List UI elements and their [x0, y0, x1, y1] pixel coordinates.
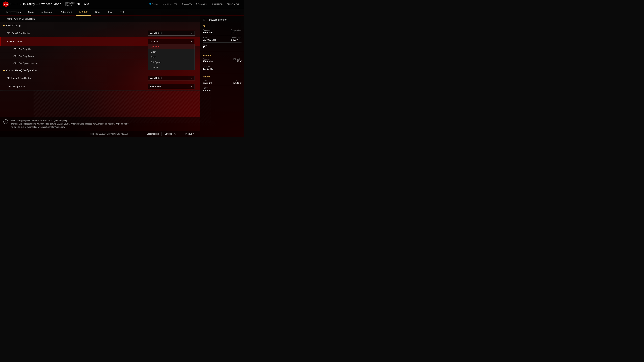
nav-advanced-label: Advanced: [61, 10, 72, 13]
cpu-fan-profile-dropdown[interactable]: Standard ▼: [148, 39, 195, 44]
settings-gear-icon[interactable]: ⚙: [87, 2, 90, 6]
hw-mem-freq-label: Frequency: [202, 58, 213, 60]
qfan-tuning-section[interactable]: ▶ Q-Fan Tuning: [0, 22, 200, 29]
hw-cpu-ratio-value: 45x: [202, 46, 207, 49]
hw-memory-divider: [202, 64, 242, 64]
breadcrumb-arrow[interactable]: ←: [3, 17, 6, 20]
nav-exit[interactable]: Exit: [116, 8, 128, 15]
aura-label: AURA(F4): [214, 3, 222, 5]
profile-option-full-speed[interactable]: Full Speed: [148, 60, 194, 65]
dropdown-arrow-3: ▼: [190, 77, 192, 79]
aio-pump-profile-selected: Full Speed: [150, 85, 161, 88]
monitor-icon: 🖥: [202, 18, 205, 21]
hw-memory-title: Memory: [202, 54, 242, 56]
aio-pump-qfan-control-value: Auto Detect ▼: [148, 76, 195, 80]
info-text: Select the appropriate performance level…: [11, 119, 130, 129]
hw-cpu-temp-label: Temperature: [231, 29, 242, 31]
hw-cpu-freq-label: Frequency: [202, 29, 213, 31]
resizebar-button[interactable]: ⊡ ReSize BAR: [225, 2, 242, 6]
aio-pump-qfan-control-dropdown[interactable]: Auto Detect ▼: [148, 76, 195, 80]
hw-cpu-ratio-label: Ratio: [202, 44, 207, 46]
section-divider-4: [3, 91, 196, 91]
search-button[interactable]: ? Search(F9): [194, 2, 209, 6]
cpu-fan-profile-selected: Standard: [150, 40, 159, 43]
info-text-line2: [Manual] We suggest raising your fan/pum…: [11, 122, 130, 125]
info-text-line3: will throttle due to overheating with in…: [11, 125, 130, 129]
nav-my-favorites[interactable]: My Favorites: [3, 8, 24, 15]
nav-my-favorites-label: My Favorites: [6, 10, 21, 13]
hw-mem-freq-value: 4800 MHz: [202, 60, 213, 63]
aura-button[interactable]: ✦ AURA(F4): [210, 2, 224, 6]
aio-pump-profile-dropdown[interactable]: Full Speed ▼: [148, 84, 195, 89]
nav-main[interactable]: Main: [24, 8, 38, 15]
nav-exit-label: Exit: [120, 10, 124, 13]
version-bar: Version 2.22.1284 Copyright (C) 2022 AMI…: [0, 131, 200, 137]
content-area: ← Monitor\Q-Fan Configuration ▶ Q-Fan Tu…: [0, 16, 244, 137]
resizebar-label: ReSize BAR: [230, 3, 240, 5]
settings-container: ▶ Q-Fan Tuning CPU Fan Q-Fan Control Aut…: [0, 22, 200, 117]
nav-tool[interactable]: Tool: [104, 8, 116, 15]
date-value: 12/25/2022: [66, 2, 75, 4]
cpu-fan-qfan-control-label: CPU Fan Q-Fan Control: [7, 32, 148, 34]
hw-cpu-freq-value: 4500 MHz: [202, 31, 213, 34]
fan-icon: ⟳: [182, 3, 184, 5]
hw-memory-row-2: Capacity 32768 MB: [202, 65, 242, 70]
globe-icon: 🌐: [148, 3, 151, 5]
aio-pump-qfan-control-label: AIO Pump Q-Fan Control: [7, 77, 148, 79]
qfan-tuning-label: Q-Fan Tuning: [6, 24, 21, 27]
info-bar: i Select the appropriate performance lev…: [0, 117, 200, 131]
day-value: Sunday: [66, 4, 72, 6]
nav-boot[interactable]: Boot: [92, 8, 104, 15]
aio-pump-qfan-control-row: AIO Pump Q-Fan Control Auto Detect ▼: [0, 74, 200, 82]
nav-bar: My Favorites Main Ai Tweaker Advanced Mo…: [0, 8, 244, 16]
hw-cpu-freq-col: Frequency 4500 MHz: [202, 29, 213, 34]
english-label: English: [152, 3, 158, 5]
cpu-fan-profile-menu: Standard Silent Turbo Full Speed Manual: [148, 44, 195, 70]
cpu-fan-qfan-control-dropdown[interactable]: Auto Detect ▼: [148, 31, 195, 35]
hw-mem-cap-col: Capacity 32768 MB: [202, 65, 214, 70]
star-icon: ☆: [162, 3, 164, 5]
hw-cpu-divider-1: [202, 35, 242, 35]
nav-boot-label: Boot: [95, 10, 100, 13]
hw-cpu-ratio-col: Ratio 45x: [202, 44, 207, 49]
nav-ai-tweaker[interactable]: Ai Tweaker: [37, 8, 57, 15]
myfavorite-button[interactable]: ☆ MyFavorite(F3): [160, 2, 179, 6]
hw-cpu-temp-col: Temperature 17°C: [231, 29, 242, 34]
profile-option-manual[interactable]: Manual: [148, 65, 194, 70]
hw-voltage-title: Voltage: [202, 75, 242, 78]
profile-option-turbo[interactable]: Turbo: [148, 54, 194, 60]
nav-monitor[interactable]: Monitor: [76, 8, 92, 15]
main-container: ROG UEFI BIOS Utility – Advanced Mode 12…: [0, 0, 244, 137]
aio-pump-profile-label: AIO Pump Profile: [7, 85, 148, 88]
hw-v33-col: +3.3V 3.344 V: [202, 87, 211, 92]
nav-advanced[interactable]: Advanced: [57, 8, 76, 15]
english-button[interactable]: 🌐 English: [146, 2, 160, 6]
hot-keys-button[interactable]: Hot Keys ?: [181, 132, 196, 136]
breadcrumb-path: Monitor\Q-Fan Configuration: [7, 17, 35, 20]
qfan-label: Qfan(F6): [184, 3, 192, 5]
hw-v12-label: +12V: [202, 80, 212, 82]
hw-cpu-bclk-label: BCLK: [202, 37, 216, 39]
hw-v33-label: +3.3V: [202, 87, 211, 89]
time-display: 18:37 ⚙: [77, 2, 90, 6]
nav-tool-label: Tool: [108, 10, 112, 13]
last-modified-button[interactable]: Last Modified: [144, 132, 162, 136]
version-text: Version 2.22.1284 Copyright (C) 2022 AMI: [74, 133, 144, 135]
aura-icon: ✦: [212, 3, 213, 5]
hw-cpu-bclk-col: BCLK 100.0000 MHz: [202, 37, 216, 41]
svg-text:ROG: ROG: [4, 3, 8, 5]
profile-option-silent[interactable]: Silent: [148, 49, 194, 54]
chassis-fan-label: Chassis Fan(s) Configuration: [6, 69, 36, 72]
aio-pump-profile-row: AIO Pump Profile Full Speed ▼: [0, 82, 200, 91]
app-title: UEFI BIOS Utility – Advanced Mode: [10, 2, 62, 6]
hw-v33-value: 3.344 V: [202, 89, 211, 92]
profile-option-standard[interactable]: Standard: [148, 44, 194, 49]
hw-v12-col: +12V 12.076 V: [202, 80, 212, 84]
chassis-expand-icon: ▶: [3, 69, 5, 71]
qfan-button[interactable]: ⟳ Qfan(F6): [180, 2, 194, 6]
ezmode-button[interactable]: EzMode(F7)|→: [162, 132, 181, 136]
hw-cpu-row-3: Ratio 45x: [202, 44, 242, 49]
hw-mem-mcvolt-label: MC Volt: [234, 58, 242, 60]
hw-v12-value: 12.076 V: [202, 82, 212, 84]
hw-cpu-bclk-value: 100.0000 MHz: [202, 39, 216, 41]
